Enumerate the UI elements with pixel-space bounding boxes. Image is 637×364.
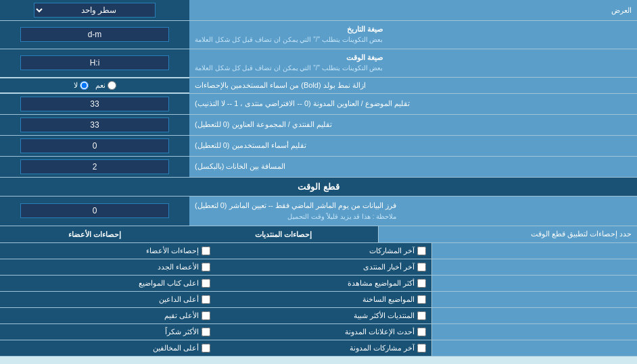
bold-remove-yes[interactable]: نعم (95, 81, 116, 90)
column-spacing-input-cell (0, 157, 189, 177)
users-trim-input-cell (0, 136, 189, 156)
time-format-input[interactable] (20, 55, 169, 70)
stats-post-item[interactable]: آخر مشاركات المدونة (221, 342, 426, 354)
stats-post-item[interactable]: آخر المشاركات (221, 245, 426, 257)
stats-member-item[interactable]: أعلى المخالفين (5, 342, 210, 354)
threads-sort-input[interactable] (20, 97, 169, 111)
column-spacing-input[interactable] (20, 159, 169, 174)
stats-define-label: حدد إحصاءات لتطبيق قطع الوقت (379, 226, 637, 242)
stats-member-item[interactable]: إحصاءات الأعضاء (5, 245, 210, 257)
stats-post-item[interactable]: المنتديات الأكثر شبية (221, 310, 426, 321)
stats-member-item[interactable]: الأعلى تقيم (5, 310, 210, 321)
bold-remove-label: ازالة نمط بولد (Bold) من اسماء المستخدمي… (189, 78, 637, 93)
single-row-cell: سطر واحد (0, 0, 189, 20)
users-trim-input[interactable] (20, 138, 169, 153)
time-format-input-cell (0, 49, 189, 77)
stats-member-item[interactable]: الأعضاء الجدد (5, 261, 210, 273)
users-trim-label: تقليم أسماء المستخدمين (0 للتعطيل) (189, 136, 637, 156)
date-format-input-cell (0, 21, 189, 49)
time-cut-filter-input[interactable] (20, 203, 169, 218)
stats-members-header: إحصاءات الأعضاء (68, 230, 121, 238)
stats-post-item[interactable]: آخر أخبار المنتدى (221, 261, 426, 273)
forum-trim-input-cell (0, 115, 189, 135)
date-format-input[interactable] (20, 27, 169, 42)
time-cut-section-header: قطع الوقت (0, 178, 637, 197)
forum-trim-label: تقليم الفنتدي / المجموعة العناوين (0 للت… (189, 115, 637, 135)
stats-posts-header: إحصاءات المنتديات (255, 230, 312, 238)
bold-remove-options: نعم لا (0, 78, 189, 93)
page-title: العرض (189, 3, 637, 18)
forum-trim-input[interactable] (20, 118, 169, 132)
time-cut-filter-input-cell (0, 197, 189, 226)
single-row-select[interactable]: سطر واحد (34, 3, 156, 18)
time-cut-filter-label: فرز البيانات من يوم الماشر الماضي فقط --… (189, 197, 637, 226)
column-spacing-label: المسافة بين الخانات (بالبكسل) (189, 157, 637, 177)
threads-sort-label: تقليم الموضوع / العناوين المدونة (0 -- ا… (189, 94, 637, 114)
stats-post-item[interactable]: المواضيع الساخنة (221, 294, 426, 305)
threads-sort-input-cell (0, 94, 189, 114)
stats-post-item[interactable]: أحدث الإعلانات المدونة (221, 326, 426, 338)
date-format-label: صيغة التاريخ بعض التكوينات يتطلب "/" الت… (189, 21, 637, 49)
bold-remove-no[interactable]: لا (74, 81, 89, 90)
stats-post-item[interactable]: أكثر المواضيع مشاهدة (221, 278, 426, 289)
stats-member-item[interactable]: اعلى كتاب المواضيع (5, 278, 210, 289)
stats-member-item[interactable]: الأكثر شكراً (5, 326, 210, 338)
time-format-label: صيغة الوقت بعض التكوينات يتطلب "/" التي … (189, 49, 637, 77)
stats-member-item[interactable]: أعلى الداعين (5, 294, 210, 305)
